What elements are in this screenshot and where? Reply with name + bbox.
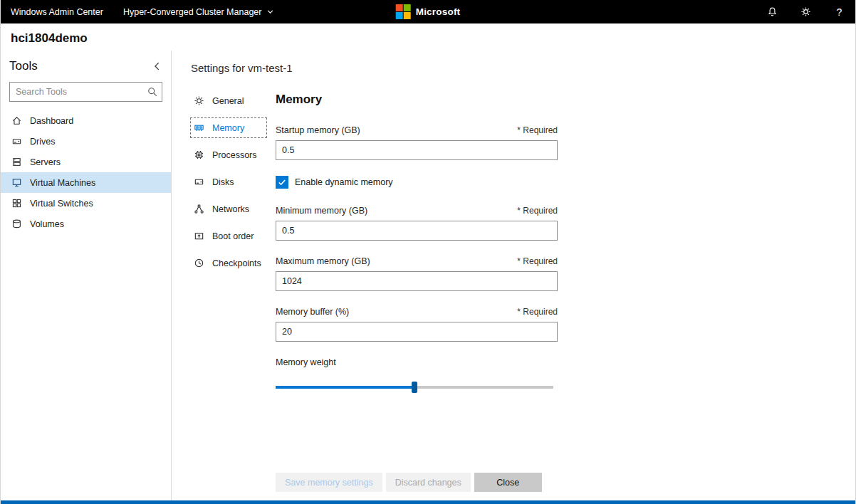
virtual-switches-icon [11, 198, 22, 209]
clock-icon [193, 258, 205, 268]
startup-memory-input[interactable] [276, 140, 558, 160]
collapse-sidebar-chevron-left-icon[interactable] [152, 61, 162, 71]
page-title: Memory [276, 93, 558, 107]
settings-tab-checkpoints[interactable]: Checkpoints [191, 253, 266, 273]
startup-memory-field: Startup memory (GB) * Required [276, 125, 558, 160]
settings-tab-processors[interactable]: Processors [191, 145, 266, 164]
slider-track[interactable] [276, 386, 553, 389]
solution-title: Hyper-Converged Cluster Manager [123, 7, 262, 17]
settings-tab-label: Networks [212, 204, 249, 214]
required-indicator: * Required [517, 125, 558, 135]
maximum-memory-label: Maximum memory (GB) [276, 256, 370, 266]
enable-dynamic-memory-checkbox-row[interactable]: Enable dynamic memory [276, 176, 558, 189]
form-actions: Save memory settings Discard changes Clo… [276, 473, 558, 492]
app-title[interactable]: Windows Admin Center [11, 7, 103, 17]
windows-admin-center-window: Windows Admin Center Hyper-Converged Clu… [0, 0, 856, 504]
settings-tab-label: Memory [212, 123, 244, 133]
ms-logo-square-yellow [404, 12, 411, 19]
sidebar-item-drives[interactable]: Drives [1, 131, 171, 152]
sidebar-item-label: Virtual Switches [30, 199, 93, 209]
maximum-memory-input[interactable] [276, 271, 558, 291]
ms-logo-square-red [396, 4, 403, 11]
sidebar-item-label: Volumes [30, 219, 64, 229]
memory-weight-field: Memory weight [276, 357, 558, 393]
microsoft-wordmark: Microsoft [416, 6, 461, 17]
tools-list: Dashboard Drives [1, 110, 171, 234]
sidebar-item-label: Dashboard [30, 116, 73, 126]
required-indicator: * Required [517, 307, 558, 317]
tools-sidebar: Tools [1, 51, 172, 500]
settings-tab-label: Disks [212, 177, 234, 187]
memory-settings-form: Memory Startup memory (GB) * Required En… [276, 91, 558, 492]
dashboard-icon [11, 115, 22, 126]
checkbox-checked-icon[interactable] [276, 176, 288, 189]
settings-tab-memory[interactable]: Memory [191, 118, 266, 137]
enable-dynamic-memory-label: Enable dynamic memory [295, 177, 393, 187]
settings-pane: Settings for vm-test-1 General [172, 51, 855, 500]
bottom-accent-bar [1, 500, 855, 504]
search-tools-input[interactable] [9, 82, 162, 102]
servers-icon [11, 157, 22, 167]
network-icon [193, 204, 205, 214]
cpu-icon [193, 149, 205, 160]
sidebar-item-label: Virtual Machines [30, 178, 95, 188]
settings-tab-label: General [212, 96, 244, 106]
search-icon[interactable] [147, 87, 157, 97]
sidebar-item-dashboard[interactable]: Dashboard [1, 110, 171, 131]
settings-tab-disks[interactable]: Disks [191, 172, 266, 191]
microsoft-logo-icon [396, 4, 411, 19]
settings-nav: General Memory [191, 91, 276, 492]
close-button[interactable]: Close [474, 473, 542, 492]
settings-tab-label: Boot order [212, 231, 254, 241]
maximum-memory-field: Maximum memory (GB) * Required [276, 256, 558, 291]
top-bar: Windows Admin Center Hyper-Converged Clu… [1, 0, 855, 23]
sidebar-item-label: Servers [30, 157, 61, 167]
memory-buffer-field: Memory buffer (%) * Required [276, 307, 558, 342]
notifications-bell-icon[interactable] [766, 6, 778, 17]
chevron-down-icon [266, 8, 274, 16]
memory-weight-slider[interactable] [276, 382, 553, 393]
disk-icon [193, 177, 205, 187]
cluster-name: hci1804demo [11, 31, 88, 46]
settings-tab-label: Checkpoints [212, 258, 261, 268]
sidebar-item-virtual-machines[interactable]: Virtual Machines [1, 172, 171, 193]
settings-gear-icon[interactable] [800, 6, 812, 17]
slider-fill [276, 386, 414, 389]
volumes-icon [11, 219, 22, 229]
ms-logo-square-blue [396, 12, 403, 19]
settings-tab-boot-order[interactable]: Boot order [191, 226, 266, 246]
memory-weight-label: Memory weight [276, 357, 558, 367]
gear-icon [193, 95, 205, 106]
memory-buffer-input[interactable] [276, 322, 558, 342]
settings-tab-networks[interactable]: Networks [191, 199, 266, 219]
minimum-memory-field: Minimum memory (GB) * Required [276, 206, 558, 241]
ms-logo-square-green [404, 4, 411, 11]
sidebar-item-servers[interactable]: Servers [1, 152, 171, 172]
settings-tab-general[interactable]: General [191, 91, 266, 110]
discard-changes-button[interactable]: Discard changes [386, 473, 471, 492]
save-memory-settings-button[interactable]: Save memory settings [276, 473, 382, 492]
required-indicator: * Required [517, 206, 558, 216]
help-icon[interactable]: ? [833, 7, 845, 17]
boot-order-icon [193, 231, 205, 241]
slider-thumb[interactable] [412, 382, 417, 393]
settings-tab-label: Processors [212, 150, 257, 160]
sidebar-item-virtual-switches[interactable]: Virtual Switches [1, 193, 171, 214]
settings-pane-title: Settings for vm-test-1 [191, 62, 855, 74]
minimum-memory-input[interactable] [276, 221, 558, 241]
minimum-memory-label: Minimum memory (GB) [276, 206, 367, 216]
solution-switcher[interactable]: Hyper-Converged Cluster Manager [123, 7, 275, 17]
required-indicator: * Required [517, 256, 558, 266]
startup-memory-label: Startup memory (GB) [276, 125, 360, 135]
memory-buffer-label: Memory buffer (%) [276, 307, 349, 317]
sidebar-item-label: Drives [30, 137, 55, 147]
virtual-machines-icon [11, 177, 22, 188]
drive-icon [11, 136, 22, 147]
cluster-name-heading: hci1804demo [1, 23, 855, 51]
memory-icon [193, 122, 205, 133]
tools-heading: Tools [9, 59, 38, 73]
sidebar-item-volumes[interactable]: Volumes [1, 214, 171, 234]
microsoft-brand: Microsoft [396, 4, 461, 19]
